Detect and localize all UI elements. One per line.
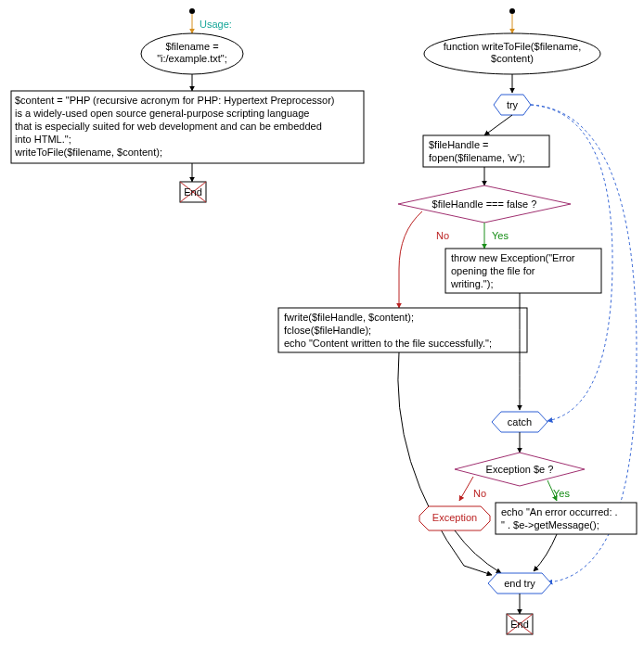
usage-label: Usage: — [200, 19, 232, 30]
throw-node: throw new Exception("Error opening the f… — [445, 249, 601, 293]
svg-text:Exception $e ?: Exception $e ? — [486, 464, 554, 475]
exception-condition-node: Exception $e ? — [455, 453, 585, 486]
right-end-node: End — [507, 614, 533, 634]
svg-text:End: End — [510, 619, 529, 630]
exception-node: Exception — [419, 506, 490, 530]
svg-text:$content = "PHP (recursive acr: $content = "PHP (recursive acronym for P… — [15, 95, 335, 106]
filehandle-condition-node: $fileHandle === false ? — [398, 185, 571, 223]
cond1-no-label: No — [436, 230, 449, 241]
svg-text:function writeToFile($filename: function writeToFile($filename, — [444, 41, 582, 52]
left-end-node: End — [180, 182, 206, 202]
svg-text:opening the file for: opening the file for — [451, 265, 535, 276]
svg-text:echo "An error occurred: .: echo "An error occurred: . — [501, 506, 618, 517]
svg-text:$fileHandle === false ?: $fileHandle === false ? — [432, 198, 537, 210]
content-node: $content = "PHP (recursive acronym for P… — [11, 91, 364, 163]
svg-text:echo "Content written to the f: echo "Content written to the file succes… — [284, 338, 492, 349]
svg-text:into HTML.";: into HTML."; — [15, 134, 71, 145]
svg-text:end try: end try — [504, 578, 535, 589]
svg-text:" . $e->getMessage();: " . $e->getMessage(); — [501, 519, 599, 530]
svg-text:$content): $content) — [491, 53, 534, 64]
svg-text:fwrite($fileHandle, $content);: fwrite($fileHandle, $content); — [284, 312, 414, 323]
svg-text:writing.");: writing."); — [450, 278, 493, 289]
echo-to-endtry-arrow — [534, 534, 557, 571]
filename-node: $filename = "i:/example.txt"; — [141, 33, 243, 74]
cond2-no-arrow — [459, 477, 473, 501]
svg-text:writeToFile($filename, $conten: writeToFile($filename, $content); — [14, 147, 162, 158]
left-entry-dot — [189, 8, 195, 14]
fwrite-node: fwrite($fileHandle, $content); fclose($f… — [278, 308, 527, 352]
svg-text:try: try — [507, 99, 519, 110]
fopen-node: $fileHandle = fopen($filename, 'w'); — [423, 135, 549, 167]
echo-node: echo "An error occurred: . " . $e->getMe… — [496, 503, 637, 534]
try-to-fopen-arrow — [484, 115, 512, 135]
cond1-no-arrow — [399, 211, 422, 308]
catch-node: catch — [492, 412, 547, 432]
function-node: function writeToFile($filename, $content… — [424, 33, 600, 74]
cond2-no-label: No — [473, 488, 486, 499]
svg-text:that is especially suited for : that is especially suited for web develo… — [15, 121, 322, 132]
try-node: try — [494, 95, 531, 115]
svg-text:catch: catch — [508, 416, 532, 428]
svg-text:"i:/example.txt";: "i:/example.txt"; — [157, 53, 227, 64]
left-flowchart: Usage: $filename = "i:/example.txt"; $co… — [11, 8, 364, 202]
svg-text:$filename =: $filename = — [165, 41, 218, 52]
svg-text:fclose($fileHandle);: fclose($fileHandle); — [284, 325, 371, 336]
endtry-node: end try — [488, 573, 551, 594]
right-entry-dot — [509, 8, 515, 14]
svg-text:Exception: Exception — [432, 512, 477, 523]
cond1-yes-label: Yes — [492, 230, 509, 241]
svg-text:End: End — [184, 186, 202, 198]
svg-text:fopen($filename, 'w');: fopen($filename, 'w'); — [429, 152, 525, 163]
cond2-yes-label: Yes — [553, 488, 570, 499]
exception-to-endtry-arrow — [455, 530, 501, 573]
svg-text:throw new Exception("Error: throw new Exception("Error — [451, 252, 575, 263]
svg-text:is a widely-used open source g: is a widely-used open source general-pur… — [15, 108, 309, 119]
svg-text:$fileHandle =: $fileHandle = — [429, 139, 489, 150]
